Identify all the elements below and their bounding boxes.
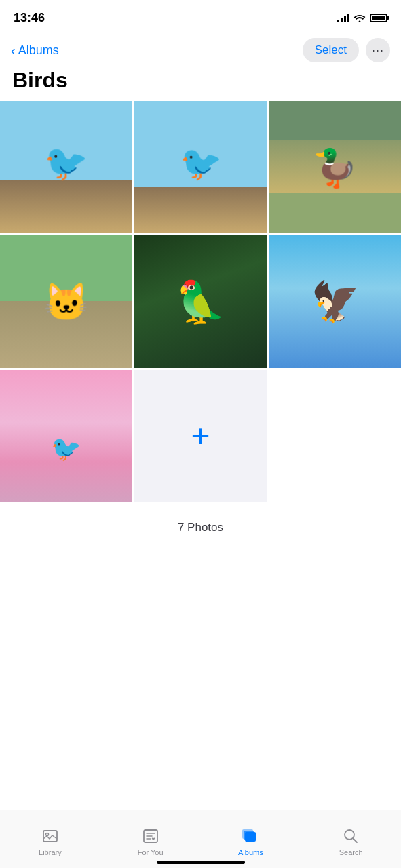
photo-cell[interactable] (0, 370, 132, 502)
more-button[interactable]: ··· (366, 38, 390, 62)
photo-count: 7 Photos (0, 502, 401, 542)
library-icon (41, 827, 60, 846)
navigation-bar: ‹ Albums Select ··· (0, 33, 401, 65)
add-icon: + (191, 420, 210, 452)
tab-for-you-label: For You (138, 848, 164, 856)
tab-bar: Library For You Albums (0, 810, 401, 868)
back-chevron-icon: ‹ (11, 43, 16, 58)
svg-rect-0 (43, 831, 57, 842)
tab-search[interactable]: Search (301, 824, 401, 856)
back-label: Albums (18, 43, 59, 58)
back-button[interactable]: ‹ Albums (11, 43, 59, 58)
status-icons (337, 13, 387, 22)
wifi-icon (354, 13, 366, 22)
photo-grid: + (0, 101, 401, 502)
photo-cell[interactable] (134, 235, 267, 368)
svg-point-1 (45, 833, 48, 835)
tab-library[interactable]: Library (0, 824, 100, 856)
tab-albums[interactable]: Albums (201, 824, 301, 856)
status-bar: 13:46 (0, 0, 401, 33)
select-button[interactable]: Select (303, 38, 359, 62)
photo-cell[interactable] (269, 235, 401, 368)
search-icon (341, 827, 360, 846)
tab-for-you[interactable]: For You (100, 824, 201, 856)
albums-icon (241, 827, 260, 846)
tab-albums-label: Albums (238, 848, 263, 856)
signal-icon (337, 13, 349, 22)
status-time: 13:46 (14, 11, 45, 25)
svg-rect-5 (242, 829, 253, 839)
tab-library-label: Library (39, 848, 62, 856)
for-you-icon (141, 827, 160, 846)
add-photo-button[interactable]: + (134, 370, 267, 502)
tab-search-label: Search (339, 848, 363, 856)
photo-cell[interactable] (269, 101, 401, 233)
photo-cell[interactable] (134, 101, 267, 233)
photo-cell[interactable] (0, 235, 132, 368)
page-title: Birds (0, 65, 401, 101)
home-indicator (157, 861, 245, 864)
photo-cell[interactable] (0, 101, 132, 233)
nav-actions: Select ··· (303, 38, 390, 62)
battery-icon (370, 14, 387, 22)
